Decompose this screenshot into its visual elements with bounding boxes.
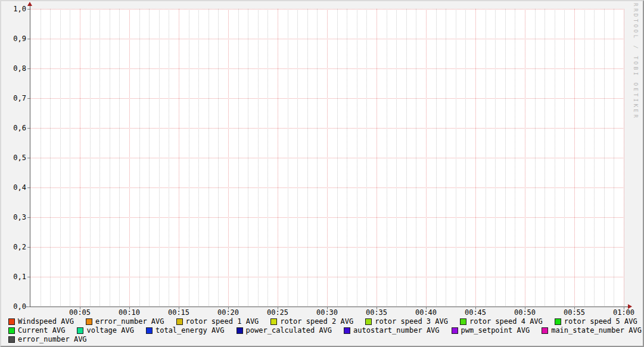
y-axis-label: 0,1 (6, 273, 26, 281)
legend-swatch (8, 327, 15, 334)
legend-swatch (86, 318, 92, 325)
legend-row: Current AVGvoltage AVGtotal_energy AVGpo… (8, 327, 642, 335)
legend-swatch (237, 327, 243, 334)
legend-label: rotor speed 2 AVG (280, 318, 353, 326)
y-axis-arrow-icon (27, 2, 32, 6)
grid-line-major-h (30, 277, 624, 277)
legend-item: Current AVG (8, 327, 65, 335)
legend-label: error_number AVG (95, 318, 164, 326)
legend-label: power_calculated AVG (246, 327, 332, 335)
legend-label: pwm_setpoint AVG (461, 327, 530, 335)
legend-swatch (270, 318, 277, 325)
grid-line-major-h (30, 128, 624, 129)
legend-swatch (344, 327, 350, 334)
grid-line-major-h (30, 158, 624, 158)
y-axis-label: 0,2 (6, 243, 26, 251)
x-axis-label: 00:10 (116, 309, 142, 317)
grid-line-major-h (30, 39, 624, 39)
y-axis-tick (27, 217, 30, 218)
x-axis-label: 00:50 (512, 309, 538, 317)
grid-line-major-h (30, 247, 624, 248)
y-axis-tick (27, 68, 30, 69)
y-axis-tick (27, 158, 30, 158)
legend-item: error_number AVG (8, 336, 87, 343)
x-axis-label: 00:05 (67, 309, 93, 317)
y-axis-tick (27, 247, 30, 248)
y-axis-tick (27, 39, 30, 39)
legend-label: rotor speed 1 AVG (186, 318, 259, 326)
x-axis-label: 00:20 (215, 309, 241, 317)
y-axis-label: 0,5 (6, 154, 26, 162)
x-axis-label: 00:30 (314, 309, 340, 317)
watermark: RRDTOOL / TOBI OETIKER (633, 3, 639, 120)
y-axis-tick (27, 277, 30, 277)
legend-item: power_calculated AVG (237, 327, 332, 335)
legend-item: voltage AVG (77, 327, 133, 335)
legend-swatch (460, 318, 466, 325)
legend-label: error_number AVG (18, 336, 87, 343)
grid-line-major-h (30, 98, 624, 99)
x-axis-label: 00:25 (265, 309, 291, 317)
grid-line-major-v (624, 9, 624, 307)
y-axis-tick (27, 128, 30, 129)
legend-item: error_number AVG (86, 318, 164, 326)
legend-swatch (146, 327, 153, 334)
y-axis-label: 0,6 (6, 124, 26, 132)
legend-row: error_number AVG (8, 336, 87, 343)
legend-label: total_energy AVG (155, 327, 225, 335)
y-axis-label: 0,7 (6, 94, 26, 102)
x-axis-label: 00:35 (363, 309, 390, 317)
legend-swatch (77, 327, 83, 334)
legend-label: rotor speed 5 AVG (564, 318, 637, 326)
legend-item: rotor speed 4 AVG (460, 318, 543, 326)
legend-swatch (8, 318, 15, 325)
legend-label: autostart_number AVG (353, 327, 440, 335)
legend-item: rotor speed 3 AVG (365, 318, 448, 326)
grid-line-major-h (30, 68, 624, 69)
y-axis-label: 0,9 (6, 35, 26, 43)
y-axis-label: 0,3 (6, 213, 26, 221)
legend-swatch (365, 318, 372, 325)
legend-swatch (452, 327, 458, 334)
legend-label: voltage AVG (86, 327, 133, 335)
legend-row: Windspeed AVGerror_number AVGrotor speed… (8, 318, 637, 326)
x-axis-label: 00:55 (561, 309, 587, 317)
y-axis-label: 0,8 (6, 64, 26, 73)
legend-item: pwm_setpoint AVG (452, 327, 530, 335)
legend-label: rotor speed 4 AVG (469, 318, 543, 326)
legend-item: Windspeed AVG (8, 318, 74, 326)
legend-item: rotor speed 5 AVG (555, 318, 637, 326)
legend-swatch (8, 336, 15, 343)
x-axis-line (26, 307, 629, 307)
x-axis-label: 01:00 (611, 309, 637, 317)
legend-swatch (542, 327, 548, 334)
x-axis-label: 00:40 (413, 309, 439, 317)
legend-item: rotor speed 2 AVG (270, 318, 353, 326)
legend-item: total_energy AVG (146, 327, 225, 335)
y-axis-label: 0,4 (6, 183, 26, 192)
grid-line-major-h (30, 217, 624, 218)
y-axis-line (30, 5, 30, 307)
y-axis-tick (27, 9, 30, 10)
y-axis-label: 1,0 (6, 5, 26, 13)
x-axis-label: 00:15 (166, 309, 192, 317)
grid-line-major-h (30, 9, 624, 10)
grid-line-major-h (30, 187, 624, 188)
legend-swatch (176, 318, 183, 325)
y-axis-tick (27, 307, 30, 307)
legend-item: autostart_number AVG (344, 327, 440, 335)
x-axis-label: 00:45 (462, 309, 489, 317)
legend-label: main_state_number AVG (551, 327, 642, 335)
legend-label: rotor speed 3 AVG (375, 318, 448, 326)
legend-item: main_state_number AVG (542, 327, 642, 335)
y-axis-tick (27, 98, 30, 99)
legend-label: Windspeed AVG (18, 318, 74, 326)
legend-label: Current AVG (18, 327, 65, 335)
rrdtool-graph: 00:0500:1000:1500:2000:2500:3000:3500:40… (0, 0, 644, 347)
y-axis-label: 0,0 (6, 302, 26, 311)
y-axis-tick (27, 187, 30, 188)
legend-item: rotor speed 1 AVG (176, 318, 259, 326)
legend-swatch (555, 318, 561, 325)
